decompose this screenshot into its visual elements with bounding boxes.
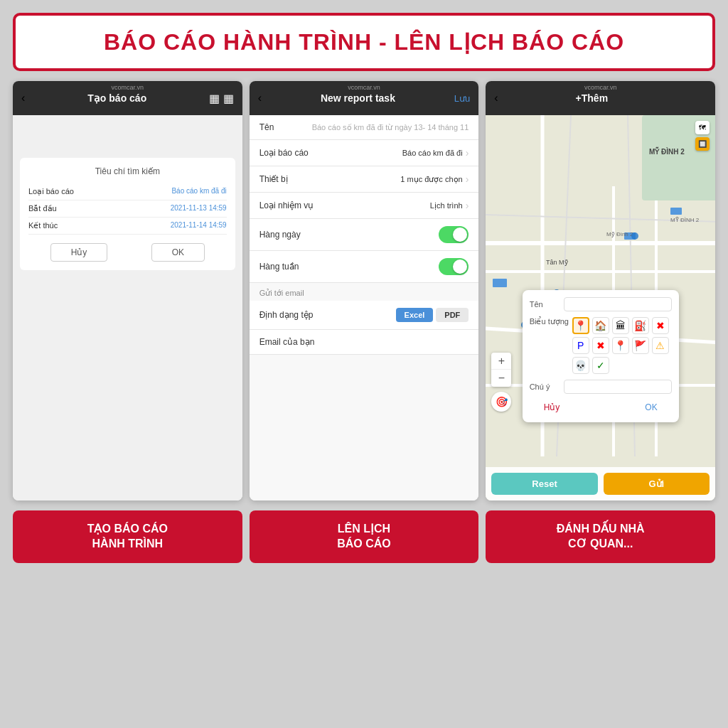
loainv-value: Lịch trình xyxy=(319,201,462,210)
popup-chu-y-label: Chú ý xyxy=(530,382,564,391)
screen2-title: New report task xyxy=(321,92,395,104)
screens-row: vcomcar.vn ‹ Tạo báo cáo ▦ ▦ Tiêu chí tì… xyxy=(13,81,715,500)
form-row-ten: Tên Báo cáo số km đã đi từ ngày 13- 14 t… xyxy=(250,115,479,140)
pdf-button[interactable]: PDF xyxy=(436,308,469,322)
screen2-brand: vcomcar.vn xyxy=(348,84,380,91)
icon-home[interactable]: 🏠 xyxy=(592,317,609,334)
popup-actions: Hủy OK xyxy=(530,400,672,415)
zoom-out-btn[interactable]: − xyxy=(491,370,511,387)
hangtuan-label: Hàng tuần xyxy=(259,262,299,272)
icon-warning-red[interactable]: ✖ xyxy=(592,337,609,354)
icon-skull[interactable]: 💀 xyxy=(572,357,589,374)
screen1-header: vcomcar.vn ‹ Tạo báo cáo ▦ ▦ xyxy=(13,81,242,115)
criteria-row-bat-dau: Bắt đầu 2021-11-13 14:59 xyxy=(28,200,227,218)
icon-triangle-warn[interactable]: ⚠ xyxy=(652,337,669,354)
popup-note-row: Chú ý xyxy=(530,380,672,394)
form-row-loai[interactable]: Loại báo cáo Báo cáo km đã đi › xyxy=(250,140,479,166)
svg-text:MỸ ĐÌNH 2: MỸ ĐÌNH 2 xyxy=(670,217,700,223)
luu-button[interactable]: Lưu xyxy=(454,93,470,104)
send-button[interactable]: Gửi xyxy=(604,473,710,495)
popup-ten-input[interactable] xyxy=(564,297,672,311)
zoom-controls: + − xyxy=(491,353,511,387)
map-satellite-btn[interactable]: 🔲 xyxy=(695,137,710,151)
popup-row-ten: Tên xyxy=(530,297,672,311)
map-bottom-bar: Reset Gửi xyxy=(486,467,715,500)
huy-button[interactable]: Hủy xyxy=(50,243,108,262)
svg-text:Tân Mỹ: Tân Mỹ xyxy=(546,259,569,266)
screen3-title: +Thêm xyxy=(576,92,609,104)
form-row-loai-nhiem-vu[interactable]: Loại nhiệm vụ Lịch trình › xyxy=(250,193,479,219)
screen1-back[interactable]: ‹ xyxy=(21,92,25,105)
criteria-buttons: Hủy OK xyxy=(28,243,227,262)
hangngay-label: Hàng ngày xyxy=(259,230,301,240)
icon-building[interactable]: 🏛 xyxy=(612,317,629,334)
criteria-title: Tiêu chí tìm kiếm xyxy=(28,166,227,176)
bottom-labels: TẠO BÁO CÁOHÀNH TRÌNH LÊN LỊCHBÁO CÁO ĐÁ… xyxy=(13,510,715,563)
banner-title: BÁO CÁO HÀNH TRÌNH - LÊN LỊCH BÁO CÁO xyxy=(30,28,698,55)
email-label: Email của bạn xyxy=(259,337,315,347)
ten-value[interactable]: Báo cáo số km đã đi từ ngày 13- 14 tháng… xyxy=(279,123,469,132)
criteria-row-ket-thuc: Kết thúc 2021-11-14 14:59 xyxy=(28,218,227,235)
screen2-back[interactable]: ‹ xyxy=(258,92,262,105)
icon-gas[interactable]: ⛽ xyxy=(632,317,649,334)
screen1-body: Tiêu chí tìm kiếm Loại báo cáo Báo cáo k… xyxy=(13,115,242,500)
toggle-hang-ngay: Hàng ngày xyxy=(250,219,479,251)
screen1-title: Tạo báo cáo xyxy=(87,92,146,104)
screen2-header: vcomcar.vn ‹ New report task Lưu xyxy=(250,81,479,115)
map-toggle-btn[interactable]: 🗺 xyxy=(695,121,710,134)
criteria-box: Tiêu chí tìm kiếm Loại báo cáo Báo cáo k… xyxy=(20,158,235,270)
screen-map: vcomcar.vn ‹ +Thêm xyxy=(486,81,715,500)
icon-check-green[interactable]: ✓ xyxy=(592,357,609,374)
criteria-ketthuc-value[interactable]: 2021-11-14 14:59 xyxy=(171,221,227,230)
screen1-brand: vcomcar.vn xyxy=(112,84,144,91)
excel-button[interactable]: Excel xyxy=(396,308,434,322)
thietbi-label: Thiết bị xyxy=(259,174,288,184)
screen2-body: Tên Báo cáo số km đã đi từ ngày 13- 14 t… xyxy=(250,115,479,500)
ok-button[interactable]: OK xyxy=(151,243,205,262)
icon-cross[interactable]: ✖ xyxy=(652,317,669,334)
form-row-thiet-bi[interactable]: Thiết bị 1 mục được chọn › xyxy=(250,166,479,193)
icon-red-pin[interactable]: 🚩 xyxy=(632,337,649,354)
screen-tao-bao-cao: vcomcar.vn ‹ Tạo báo cáo ▦ ▦ Tiêu chí tì… xyxy=(13,81,242,500)
thietbi-value: 1 mục được chọn xyxy=(294,175,463,184)
map-controls-top: 🗺 🔲 xyxy=(695,121,710,151)
dinh-dang-label: Định dạng tệp xyxy=(259,310,314,320)
screen-new-report: vcomcar.vn ‹ New report task Lưu Tên Báo… xyxy=(250,81,479,500)
popup-ok-btn[interactable]: OK xyxy=(631,400,671,415)
zoom-in-btn[interactable]: + xyxy=(491,353,511,370)
loai-arrow: › xyxy=(466,147,469,159)
bottom-label-len-lich: LÊN LỊCHBÁO CÁO xyxy=(250,510,479,563)
filter-icon[interactable]: ▦ ▦ xyxy=(209,92,233,105)
icon-green-pin[interactable]: 📍 xyxy=(612,337,629,354)
popup-chu-y-input[interactable] xyxy=(564,380,672,394)
format-row: Định dạng tệp Excel PDF xyxy=(250,301,479,330)
icon-pin-orange[interactable]: 📍 xyxy=(572,317,589,334)
format-buttons: Excel PDF xyxy=(396,308,469,322)
svg-rect-16 xyxy=(670,208,682,215)
thietbi-arrow: › xyxy=(466,173,469,185)
svg-point-21 xyxy=(631,232,638,240)
hangngay-toggle[interactable] xyxy=(439,226,469,243)
popup-cancel-btn[interactable]: Hủy xyxy=(530,400,574,415)
criteria-loai-value[interactable]: Báo cáo km đã đi xyxy=(171,187,226,196)
popup-bieu-tuong-label: Biểu tượng xyxy=(530,317,572,326)
icon-parking[interactable]: P xyxy=(572,337,589,354)
bottom-label-2: LÊN LỊCHBÁO CÁO xyxy=(337,523,391,550)
screen3-brand: vcomcar.vn xyxy=(584,84,617,91)
reset-button[interactable]: Reset xyxy=(491,473,597,495)
loainv-label: Loại nhiệm vụ xyxy=(259,200,314,210)
bottom-label-1: TẠO BÁO CÁOHÀNH TRÌNH xyxy=(87,523,168,550)
bottom-label-tao-bao-cao: TẠO BÁO CÁOHÀNH TRÌNH xyxy=(13,510,242,563)
criteria-batdau-value[interactable]: 2021-11-13 14:59 xyxy=(171,204,227,213)
map-popup: Tên Biểu tượng 📍 🏠 🏛 ⛽ ✖ P ✖ xyxy=(523,290,679,422)
screen3-back[interactable]: ‹ xyxy=(494,92,498,105)
hangtuan-toggle[interactable] xyxy=(439,258,469,275)
criteria-row-loai: Loại báo cáo Báo cáo km đã đi xyxy=(28,183,227,200)
svg-text:Mỹ Đình 2: Mỹ Đình 2 xyxy=(606,231,633,237)
screen3-body: MỸ ĐÌNH 2 Tân Mỹ Mỹ Đình 2 MỸ ĐÌNH 2 🗺 🔲 xyxy=(486,115,715,500)
toggle-hang-tuan: Hàng tuần xyxy=(250,251,479,283)
ten-label: Tên xyxy=(259,122,274,132)
loainv-arrow: › xyxy=(466,200,469,211)
loai-value: Báo cáo km đã đi xyxy=(314,149,463,157)
screen3-header: vcomcar.vn ‹ +Thêm xyxy=(486,81,715,115)
